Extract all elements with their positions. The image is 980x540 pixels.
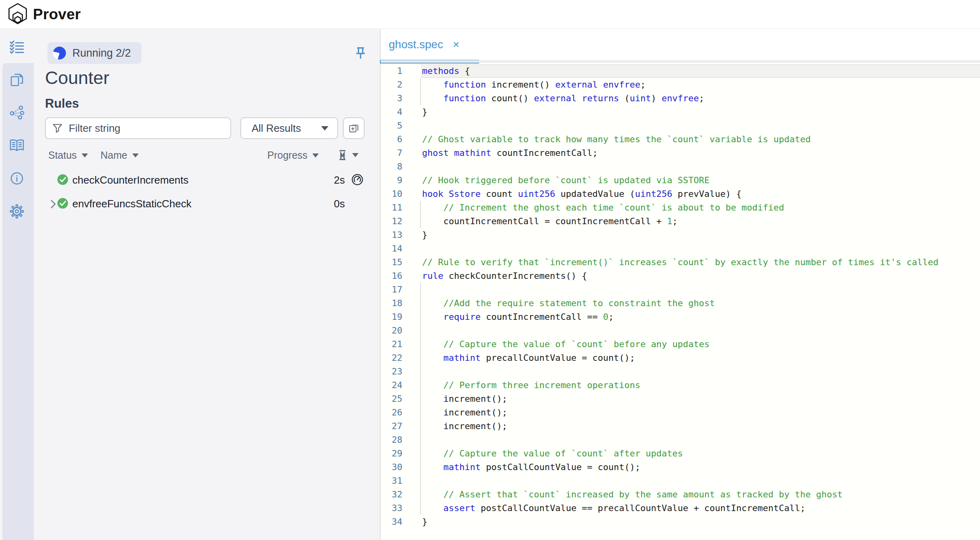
status-badge: Running 2/2	[47, 42, 141, 64]
code-line[interactable]: 24 // Perform three increment operations	[381, 378, 980, 392]
results-dropdown-value: All Results	[252, 122, 301, 135]
code-line[interactable]: 4}	[381, 105, 980, 119]
code-line-content: function increment() external envfree;	[422, 78, 646, 92]
code-line-content: mathint precallCountValue = count();	[422, 351, 635, 365]
pushpin-icon	[354, 45, 367, 63]
column-header-progress[interactable]: Progress	[267, 149, 319, 161]
code-line-content: ghost mathint countIncrementCall;	[422, 146, 598, 160]
rule-duration: 2s	[334, 174, 345, 186]
spec-editor: ghost.spec × 1methods {2 function increm…	[381, 29, 980, 540]
code-line[interactable]: 26 increment();	[381, 406, 980, 419]
duplicate-view-button[interactable]	[343, 117, 365, 139]
rule-row[interactable]: checkCounterIncrements2s	[34, 172, 380, 188]
info-icon	[9, 171, 25, 186]
sidebar-item-gear[interactable]	[0, 200, 34, 223]
line-number: 15	[381, 256, 402, 269]
code-line[interactable]: 8	[381, 160, 980, 174]
code-line[interactable]: 11 // Increment the ghost each time `cou…	[381, 201, 980, 215]
line-number: 31	[381, 474, 402, 488]
code-line-content: }	[422, 105, 427, 119]
column-header-time[interactable]	[338, 149, 359, 161]
line-number: 19	[381, 310, 402, 324]
code-line-content: hook Sstore count uint256 updatedValue (…	[422, 187, 742, 201]
code-line[interactable]: 15// Rule to verify that `increment()` i…	[381, 256, 980, 269]
code-line-content: function count() external returns (uint)…	[422, 92, 704, 105]
code-line[interactable]: 21 // Capture the value of `count` befor…	[381, 338, 980, 351]
code-line[interactable]: 34}	[381, 515, 980, 529]
code-line[interactable]: 7ghost mathint countIncrementCall;	[381, 146, 980, 160]
code-line[interactable]: 14	[381, 242, 980, 256]
close-icon[interactable]: ×	[453, 39, 459, 50]
gauge-icon[interactable]	[351, 173, 364, 188]
name-header-label: Name	[100, 149, 127, 161]
sidebar-item-book[interactable]	[0, 134, 34, 157]
rule-name[interactable]: envfreeFuncsStaticCheck	[72, 198, 191, 210]
line-number: 9	[381, 174, 402, 187]
column-header-status[interactable]: Status	[48, 149, 88, 161]
sidebar-item-copy-pages[interactable]	[0, 69, 34, 91]
code-line[interactable]: 3 function count() external returns (uin…	[381, 92, 980, 105]
share-graph-icon	[9, 105, 25, 120]
pin-button[interactable]	[353, 45, 369, 63]
code-line[interactable]: 13}	[381, 228, 980, 242]
status-header-label: Status	[48, 149, 77, 161]
filter-field[interactable]	[45, 117, 231, 139]
line-number: 17	[381, 283, 402, 297]
line-number: 6	[381, 133, 402, 146]
code-line[interactable]: 5	[381, 119, 980, 133]
code-line[interactable]: 33 assert postCallCountValue == precallC…	[381, 501, 980, 515]
line-number: 5	[381, 119, 402, 133]
sidebar-item-checklist[interactable]	[0, 36, 34, 59]
sidebar-item-info[interactable]	[0, 167, 34, 190]
sidebar-item-share-graph[interactable]	[0, 101, 34, 124]
code-line[interactable]: 29 // Capture the value of `count` after…	[381, 447, 980, 460]
code-line[interactable]: 10hook Sstore count uint256 updatedValue…	[381, 187, 980, 201]
line-number: 26	[381, 406, 402, 419]
code-line[interactable]: 27 increment();	[381, 419, 980, 433]
code-view[interactable]: 1methods {2 function increment() externa…	[381, 64, 980, 529]
line-number: 3	[381, 92, 402, 105]
code-line-content: }	[422, 228, 427, 242]
line-number: 22	[381, 351, 402, 365]
sort-caret-icon	[312, 153, 319, 158]
sort-caret-icon	[82, 153, 88, 158]
chevron-right-icon[interactable]	[49, 199, 57, 211]
rules-section-title: Rules	[45, 96, 79, 111]
hourglass-icon	[338, 149, 347, 161]
code-line[interactable]: 17	[381, 283, 980, 297]
filter-input[interactable]	[68, 122, 224, 135]
code-line[interactable]: 23	[381, 365, 980, 378]
code-line[interactable]: 6// Ghost variable to track how many tim…	[381, 133, 980, 146]
code-line[interactable]: 28	[381, 433, 980, 447]
rule-name[interactable]: checkCounterIncrements	[72, 174, 189, 186]
line-number: 27	[381, 419, 402, 433]
code-line-content: countIncrementCall = countIncrementCall …	[422, 215, 678, 228]
code-line[interactable]: 31	[381, 474, 980, 488]
line-number: 18	[381, 297, 402, 310]
code-line[interactable]: 32 // Assert that `count` increased by t…	[381, 488, 980, 501]
code-line[interactable]: 22 mathint precallCountValue = count();	[381, 351, 980, 365]
code-line[interactable]: 20	[381, 324, 980, 338]
tab-ghost-spec[interactable]: ghost.spec ×	[381, 29, 474, 60]
rule-row[interactable]: envfreeFuncsStaticCheck0s	[34, 196, 380, 212]
line-number: 30	[381, 460, 402, 474]
code-line[interactable]: 12 countIncrementCall = countIncrementCa…	[381, 215, 980, 228]
code-line[interactable]: 18 //Add the require statement to constr…	[381, 297, 980, 310]
code-line[interactable]: 16rule checkCounterIncrements() {	[381, 269, 980, 283]
column-header-name[interactable]: Name	[100, 149, 139, 161]
results-dropdown[interactable]: All Results	[240, 117, 338, 139]
code-line-content: // Capture the value of `count` after up…	[422, 447, 683, 460]
copy-plus-icon	[348, 122, 360, 134]
sort-caret-icon	[352, 153, 359, 157]
brand-name: Prover	[33, 6, 81, 23]
code-line[interactable]: 9// Hook triggered before `count` is upd…	[381, 174, 980, 187]
code-line[interactable]: 1methods {	[381, 64, 980, 78]
code-line[interactable]: 19 require countIncrementCall == 0;	[381, 310, 980, 324]
code-line[interactable]: 25 increment();	[381, 392, 980, 406]
copy-pages-icon	[9, 72, 25, 88]
gear-icon	[9, 203, 25, 219]
code-line[interactable]: 30 mathint postCallCountValue = count();	[381, 460, 980, 474]
line-number: 14	[381, 242, 402, 256]
code-line[interactable]: 2 function increment() external envfree;	[381, 78, 980, 92]
tab-label: ghost.spec	[389, 38, 443, 51]
